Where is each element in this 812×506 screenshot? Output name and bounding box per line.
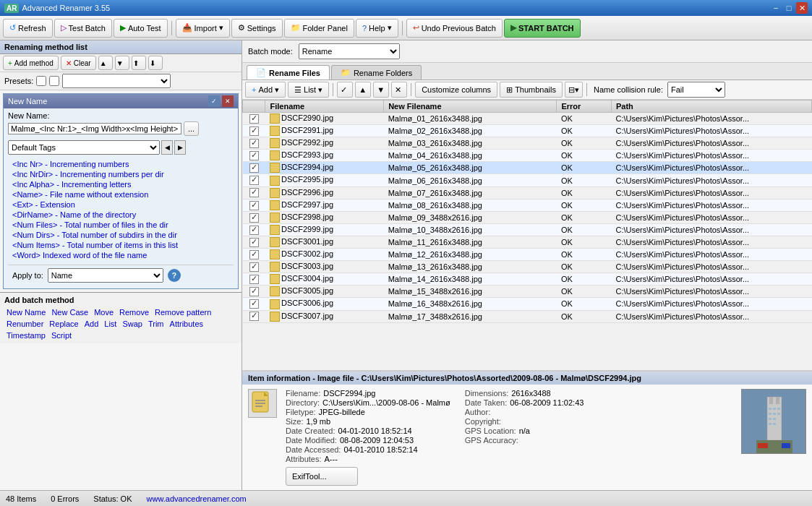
table-row[interactable]: DSCF3006.jpg Malmø_16_3488x2616.jpg OK C… — [243, 298, 812, 310]
row-checkbox[interactable] — [243, 162, 265, 174]
batch-method-link-replace[interactable]: Replace — [47, 319, 80, 329]
tag-link[interactable]: <Inc NrDir> - Incrementing numbers per d… — [12, 169, 229, 179]
row-checkbox[interactable] — [243, 261, 265, 273]
thumbnails-button[interactable]: ⊞ Thumbnails — [500, 82, 563, 98]
settings-button[interactable]: ⚙ Settings — [231, 19, 283, 38]
batch-method-link-script[interactable]: Script — [49, 330, 74, 340]
batch-method-link-remove[interactable]: Remove — [117, 307, 151, 317]
clear-button[interactable]: ✕ Clear — [61, 56, 96, 70]
tag-link[interactable]: <Inc Alpha> - Incrementing letters — [12, 179, 229, 189]
batch-method-link-new-case[interactable]: New Case — [49, 307, 90, 317]
move-up-button[interactable]: ▲ — [98, 56, 113, 70]
undo-batch-button[interactable]: ↩ Undo Previous Batch — [406, 19, 503, 38]
batch-method-link-attributes[interactable]: Attributes — [168, 319, 205, 329]
col-path-header[interactable]: Path — [611, 100, 811, 113]
preset-checkbox-1[interactable] — [36, 76, 46, 86]
row-checkbox[interactable] — [243, 137, 265, 150]
table-row[interactable]: DSCF3004.jpg Malmø_14_2616x3488.jpg OK C… — [243, 273, 812, 286]
tag-link[interactable]: <Name> - File name without extension — [12, 189, 229, 200]
tag-link[interactable]: <Num Items> - Total number of items in t… — [12, 240, 229, 250]
website-link[interactable]: www.advancedrenamer.com — [147, 494, 247, 503]
preset-checkbox-2[interactable] — [49, 76, 59, 86]
maximize-button[interactable]: □ — [783, 2, 795, 14]
table-row[interactable]: DSCF2999.jpg Malmø_10_3488x2616.jpg OK C… — [243, 223, 812, 236]
table-row[interactable]: DSCF2992.jpg Malmø_03_2616x3488.jpg OK C… — [243, 137, 812, 150]
row-checkbox[interactable] — [243, 199, 265, 211]
tag-link[interactable]: <Ext> - Extension — [12, 200, 229, 210]
exiftool-button[interactable]: ExifTool... — [286, 467, 358, 486]
import-button[interactable]: 📥 Import ▾ — [176, 19, 230, 38]
batch-method-link-remove-pattern[interactable]: Remove pattern — [153, 307, 213, 317]
move-down-button[interactable]: ▼ — [115, 56, 129, 70]
table-row[interactable]: DSCF2993.jpg Malmø_04_2616x3488.jpg OK C… — [243, 150, 812, 162]
table-row[interactable]: DSCF2995.jpg Malmø_06_2616x3488.jpg OK C… — [243, 174, 812, 186]
name-collision-select[interactable]: Fail Skip Overwrite — [667, 82, 725, 98]
table-row[interactable]: DSCF3001.jpg Malmø_11_2616x3488.jpg OK C… — [243, 236, 812, 248]
move-top-button[interactable]: ⬆ — [132, 56, 146, 70]
move-bottom-button[interactable]: ⬇ — [148, 56, 163, 70]
new-name-close-button[interactable]: ✕ — [222, 95, 234, 107]
row-checkbox[interactable] — [243, 298, 265, 310]
minimize-button[interactable]: − — [770, 2, 782, 14]
batch-method-link-timestamp[interactable]: Timestamp — [4, 330, 48, 340]
view-options-button[interactable]: ⊟▾ — [565, 82, 583, 98]
new-name-check-button[interactable]: ✓ — [208, 95, 220, 107]
batch-method-link-add[interactable]: Add — [82, 319, 101, 329]
list-button[interactable]: ☰ List ▾ — [288, 82, 329, 98]
tag-nav-right[interactable]: ▶ — [174, 140, 186, 155]
batch-method-link-new-name[interactable]: New Name — [4, 307, 48, 317]
table-row[interactable]: DSCF2997.jpg Malmø_08_2616x3488.jpg OK C… — [243, 199, 812, 211]
tag-link[interactable]: <Num Dirs> - Total number of subdirs in … — [12, 230, 229, 240]
move-down-file-button[interactable]: ▼ — [373, 82, 389, 98]
col-newfilename-header[interactable]: New Filename — [384, 100, 557, 113]
table-row[interactable]: DSCF3002.jpg Malmø_12_2616x3488.jpg OK C… — [243, 249, 812, 261]
tag-link[interactable]: <DirName> - Name of the directory — [12, 210, 229, 220]
tags-select[interactable]: Default Tags — [8, 140, 160, 155]
apply-to-select[interactable]: Name Extension Name and Extension — [48, 268, 163, 283]
batch-method-link-move[interactable]: Move — [92, 307, 116, 317]
row-checkbox[interactable] — [243, 150, 265, 162]
tag-link[interactable]: <Inc Nr> - Incrementing numbers — [12, 159, 229, 169]
table-row[interactable]: DSCF2998.jpg Malmø_09_3488x2616.jpg OK C… — [243, 211, 812, 223]
help-button[interactable]: ? Help ▾ — [356, 19, 398, 38]
row-checkbox[interactable] — [243, 236, 265, 248]
remove-file-button[interactable]: ✕ — [391, 82, 407, 98]
col-error-header[interactable]: Error — [557, 100, 612, 113]
table-row[interactable]: DSCF2990.jpg Malmø_01_2616x3488.jpg OK C… — [243, 113, 812, 125]
tag-link[interactable]: <Word> Indexed word of the file name — [12, 250, 229, 260]
close-button[interactable]: ✕ — [796, 2, 808, 14]
folder-panel-button[interactable]: 📁 Folder Panel — [284, 19, 354, 38]
tag-link[interactable]: <Num Files> - Total number of files in t… — [12, 220, 229, 230]
batch-method-link-trim[interactable]: Trim — [146, 319, 166, 329]
row-checkbox[interactable] — [243, 186, 265, 199]
table-row[interactable]: DSCF3005.jpg Malmø_15_3488x2616.jpg OK C… — [243, 286, 812, 298]
table-row[interactable]: DSCF2994.jpg Malmø_05_2616x3488.jpg OK C… — [243, 162, 812, 174]
batch-method-link-swap[interactable]: Swap — [120, 319, 145, 329]
row-checkbox[interactable] — [243, 273, 265, 286]
row-checkbox[interactable] — [243, 310, 265, 322]
tab-rename-folders[interactable]: 📁 Rename Folders — [331, 65, 422, 80]
batch-method-link-renumber[interactable]: Renumber — [4, 319, 46, 329]
table-row[interactable]: DSCF2991.jpg Malmø_02_2616x3488.jpg OK C… — [243, 125, 812, 137]
row-checkbox[interactable] — [243, 223, 265, 236]
customize-columns-button[interactable]: Customize columns — [415, 82, 497, 98]
col-filename-header[interactable]: Filename — [265, 100, 384, 113]
test-batch-button[interactable]: ▷ Test Batch — [54, 19, 112, 38]
row-checkbox[interactable] — [243, 249, 265, 261]
new-name-input[interactable] — [8, 123, 181, 134]
table-row[interactable]: DSCF3003.jpg Malmø_13_2616x3488.jpg OK C… — [243, 261, 812, 273]
row-checkbox[interactable] — [243, 113, 265, 125]
new-name-browse-button[interactable]: ... — [184, 121, 199, 136]
row-checkbox[interactable] — [243, 211, 265, 223]
table-row[interactable]: DSCF2996.jpg Malmø_07_2616x3488.jpg OK C… — [243, 186, 812, 199]
add-file-button[interactable]: + Add ▾ — [245, 82, 286, 98]
refresh-button[interactable]: ↺ Refresh — [3, 19, 53, 38]
move-up-file-button[interactable]: ▲ — [355, 82, 371, 98]
check-all-button[interactable]: ✓ — [337, 82, 353, 98]
batch-method-link-list[interactable]: List — [102, 319, 119, 329]
row-checkbox[interactable] — [243, 174, 265, 186]
tab-rename-files[interactable]: 📄 Rename Files — [247, 65, 330, 80]
add-method-button[interactable]: + Add method — [3, 56, 59, 70]
auto-test-button[interactable]: ▶ Auto Test — [114, 19, 168, 38]
row-checkbox[interactable] — [243, 125, 265, 137]
